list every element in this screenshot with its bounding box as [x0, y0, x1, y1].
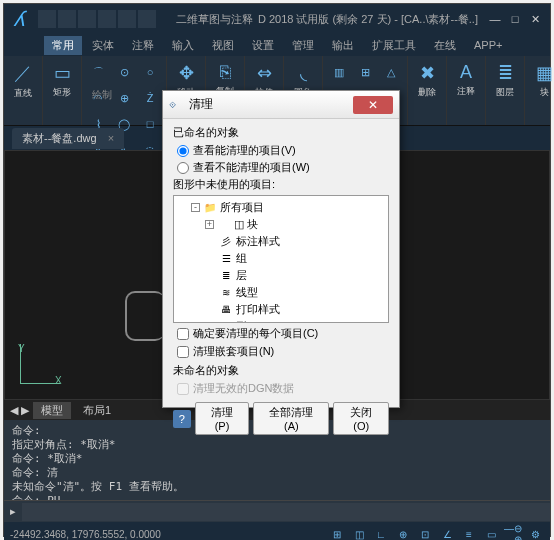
zoom-slider[interactable]: —⊖—⊕: [504, 525, 522, 540]
ribbon-panel: ／直线: [4, 56, 43, 125]
ribbon-tab[interactable]: 视图: [204, 36, 242, 55]
qat-item[interactable]: [38, 10, 56, 28]
ribbon-tool-icon[interactable]: ⊙: [112, 60, 136, 84]
tree-item-icon: [217, 219, 231, 231]
ribbon-panel-label: 绘制: [92, 88, 112, 102]
radio-input[interactable]: [177, 162, 189, 174]
dialog-title-text: 清理: [189, 96, 353, 113]
snap-icon[interactable]: ◫: [350, 525, 368, 540]
tree-item[interactable]: ☰组: [177, 250, 385, 267]
ribbon-tab[interactable]: 输出: [324, 36, 362, 55]
dialog-button-row: ? 清理(P) 全部清理(A) 关闭(O): [173, 402, 389, 435]
filetab-close-icon[interactable]: ×: [108, 132, 114, 144]
ribbon-tab[interactable]: 扩展工具: [364, 36, 424, 55]
ribbon-tool-icon[interactable]: ⌒: [86, 60, 110, 84]
tree-item-icon: ▦: [219, 321, 233, 324]
version-text: D 2018 试用版 (剩余 27 天) - [CA..\素材--餐..]: [258, 12, 478, 27]
statusbar: -24492.3468, 17976.5552, 0.0000 ⊞ ◫ ∟ ⊕ …: [4, 522, 550, 540]
grid-icon[interactable]: ⊞: [328, 525, 346, 540]
ribbon-tab[interactable]: 实体: [84, 36, 122, 55]
expander-icon[interactable]: -: [191, 203, 200, 212]
item-tree[interactable]: -📁所有项目+◫ 块彡标注样式☰组≣层≋线型🖶打印样式▦形A文字样式彡多线样式√…: [173, 195, 389, 323]
ribbon-panel: ▭矩形: [43, 56, 82, 125]
tree-item-label: 层: [236, 268, 247, 283]
tree-item[interactable]: 🖶打印样式: [177, 301, 385, 318]
ribbon-tool-button[interactable]: ✖删除: [410, 58, 444, 102]
dialog-close-button[interactable]: ✕: [353, 96, 393, 114]
ribbon-tab[interactable]: 常用: [44, 36, 82, 55]
ribbon-tool-icon[interactable]: ▥: [327, 60, 351, 84]
ribbon-tab[interactable]: 输入: [164, 36, 202, 55]
ribbon-tab[interactable]: 管理: [284, 36, 322, 55]
tree-item[interactable]: 彡标注样式: [177, 233, 385, 250]
ribbon-tab[interactable]: 在线: [426, 36, 464, 55]
command-history-line: 未知命令"清"。按 F1 查看帮助。: [12, 480, 542, 494]
ribbon-tool-button[interactable]: ▭矩形: [45, 58, 79, 102]
tab-nav-arrows[interactable]: ◀ ▶: [10, 404, 29, 417]
close-button[interactable]: 关闭(O): [333, 402, 389, 435]
check-dgn[interactable]: 清理无效的DGN数据: [177, 381, 389, 396]
ribbon-tool-button[interactable]: ▦块: [527, 58, 554, 102]
polar-icon[interactable]: ⊕: [394, 525, 412, 540]
tree-item[interactable]: ≣层: [177, 267, 385, 284]
ribbon-tool-button[interactable]: ≣图层: [488, 58, 522, 102]
settings-icon[interactable]: ⚙: [526, 525, 544, 540]
maximize-icon[interactable]: □: [508, 12, 522, 26]
command-input[interactable]: [22, 503, 550, 521]
qat-item[interactable]: [118, 10, 136, 28]
osnap-icon[interactable]: ⊡: [416, 525, 434, 540]
check-nested[interactable]: 清理嵌套项目(N): [177, 344, 389, 359]
model-icon[interactable]: ▭: [482, 525, 500, 540]
qat-item[interactable]: [58, 10, 76, 28]
ribbon-panel: ≣图层: [486, 56, 525, 125]
filetab-label: 素材--餐盘.dwg: [22, 132, 97, 144]
checkbox-input[interactable]: [177, 346, 189, 358]
otrack-icon[interactable]: ∠: [438, 525, 456, 540]
tree-item-label: 所有项目: [220, 200, 264, 215]
ribbon-tool-button[interactable]: ／直线: [6, 58, 40, 102]
purge-dialog: ⟐ 清理 ✕ 已命名的对象 查看能清理的项目(V) 查看不能清理的项目(W) 图…: [162, 90, 400, 408]
purge-all-button[interactable]: 全部清理(A): [253, 402, 329, 435]
radio-nonviewable[interactable]: 查看不能清理的项目(W): [177, 160, 389, 175]
ribbon-tab[interactable]: APP+: [466, 37, 510, 53]
tree-item[interactable]: +◫ 块: [177, 216, 385, 233]
tree-item[interactable]: ≋线型: [177, 284, 385, 301]
ribbon-tab[interactable]: 注释: [124, 36, 162, 55]
purge-button[interactable]: 清理(P): [195, 402, 249, 435]
tree-item-icon: ≣: [219, 270, 233, 282]
minimize-icon[interactable]: —: [488, 12, 502, 26]
close-icon[interactable]: ✕: [528, 12, 542, 26]
named-objects-label: 已命名的对象: [173, 125, 389, 140]
tab-layout[interactable]: 布局1: [75, 402, 119, 419]
tree-item-label: 线型: [236, 285, 258, 300]
radio-input[interactable]: [177, 145, 189, 157]
ribbon-tool-icon[interactable]: Ż: [138, 86, 162, 110]
dialog-titlebar[interactable]: ⟐ 清理 ✕: [163, 91, 399, 119]
radio-viewable[interactable]: 查看能清理的项目(V): [177, 143, 389, 158]
ribbon-tool-button[interactable]: A注释: [449, 58, 483, 102]
tree-item-label: 标注样式: [236, 234, 280, 249]
qat-item[interactable]: [98, 10, 116, 28]
ribbon-tool-icon[interactable]: ⊕: [112, 86, 136, 110]
checkbox-input[interactable]: [177, 328, 189, 340]
tree-item[interactable]: ▦形: [177, 318, 385, 323]
check-confirm[interactable]: 确定要清理的每个项目(C): [177, 326, 389, 341]
status-icons: ⊞ ◫ ∟ ⊕ ⊡ ∠ ≡ ▭ —⊖—⊕ ⚙: [328, 525, 544, 540]
tab-model[interactable]: 模型: [33, 402, 71, 419]
ribbon-tool-icon[interactable]: ○: [138, 60, 162, 84]
expander-icon[interactable]: +: [205, 220, 214, 229]
ribbon-tool-icon[interactable]: △: [379, 60, 403, 84]
help-button[interactable]: ?: [173, 410, 191, 428]
qat-item[interactable]: [138, 10, 156, 28]
dialog-icon: ⟐: [169, 97, 185, 113]
tree-item[interactable]: -📁所有项目: [177, 199, 385, 216]
filetab[interactable]: 素材--餐盘.dwg ×: [12, 128, 124, 149]
ortho-icon[interactable]: ∟: [372, 525, 390, 540]
ribbon-tool-icon[interactable]: ⊞: [353, 60, 377, 84]
tree-item-label: 组: [236, 251, 247, 266]
ribbon-tab[interactable]: 设置: [244, 36, 282, 55]
qat-item[interactable]: [78, 10, 96, 28]
ribbon-tool-icon[interactable]: □: [138, 112, 162, 136]
tree-item-icon: 🖶: [219, 304, 233, 316]
lineweight-icon[interactable]: ≡: [460, 525, 478, 540]
